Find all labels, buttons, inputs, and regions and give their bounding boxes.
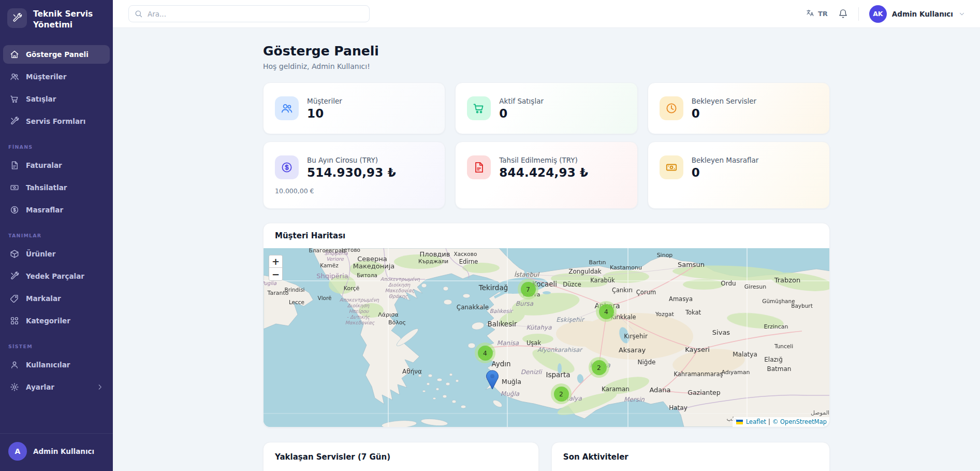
map-label: Sinop [657, 252, 673, 259]
banknote-icon [9, 182, 19, 192]
main-area: TR AK Admin Kullanıcı Gösterge Paneli Ho… [113, 0, 980, 471]
page-title: Gösterge Paneli [263, 44, 830, 59]
cluster-count: 7 [521, 282, 536, 297]
map-cluster-marker[interactable]: 7 [518, 279, 538, 299]
sidebar-section-label: FİNANS [3, 144, 110, 150]
stat-value: 10 [307, 107, 342, 120]
map-label: Aksaray [619, 346, 646, 354]
sidebar-item-spare-parts[interactable]: Yedek Parçalar [3, 267, 110, 286]
sidebar-item-expenses[interactable]: Masraflar [3, 201, 110, 219]
map-label: Adana [649, 386, 670, 394]
dollar-icon [275, 155, 299, 179]
search-input[interactable] [128, 5, 370, 22]
sidebar-item-label: Ayarlar [26, 383, 54, 391]
stat-card-active-sales: Aktif Satışlar 0 [455, 82, 637, 134]
sidebar-user-name: Admin Kullanıcı [33, 447, 94, 455]
sidebar-user[interactable]: A Admin Kullanıcı [0, 433, 113, 471]
topbar-divider [858, 7, 859, 21]
map-label: Samsun [678, 261, 705, 268]
stat-value: 0 [499, 107, 544, 120]
sidebar-nav: Gösterge PaneliMüşterilerSatışlarServis … [0, 34, 113, 433]
leaflet-map[interactable]: ПловдивХасковоКърджалиEdirneБлагоевградТ… [264, 248, 830, 427]
map-label: Кърджали [418, 258, 448, 264]
zoom-in-button[interactable]: + [269, 255, 282, 268]
sidebar-item-dashboard[interactable]: Gösterge Paneli [3, 45, 110, 64]
user-icon [9, 360, 19, 369]
map-cluster-marker[interactable]: 2 [589, 357, 609, 378]
avatar: A [8, 442, 27, 461]
sidebar-item-settings[interactable]: Ayarlar [3, 378, 110, 396]
map-label: Gaziantep [688, 389, 721, 396]
zoom-out-button[interactable]: − [269, 268, 282, 280]
avatar: AK [869, 5, 887, 23]
stat-label: Aktif Satışlar [499, 97, 544, 105]
stat-card-customers: Müşteriler 10 [263, 82, 445, 134]
language-switcher[interactable]: TR [806, 9, 828, 19]
sidebar-section-label: TANIMLAR [3, 233, 110, 238]
map-label: Brindisi [284, 287, 304, 293]
sidebar-item-label: Müşteriler [26, 73, 66, 81]
map-label: Αποκεντρωμένη [340, 297, 379, 303]
sidebar-item-brands[interactable]: Markalar [3, 289, 110, 308]
sidebar-item-label: Tahsilatlar [26, 183, 67, 192]
grid-icon [9, 316, 19, 325]
map-cluster-marker[interactable]: 2 [551, 383, 572, 404]
map-label: Amasya [669, 295, 693, 303]
sidebar-section-label: SİSTEM [3, 344, 110, 349]
banknote-icon [660, 155, 683, 179]
map-label: Edirne [459, 258, 478, 265]
cluster-count: 2 [554, 387, 569, 402]
sidebar-item-sales[interactable]: Satışlar [3, 90, 110, 108]
map-label: Manisa [497, 339, 519, 347]
upcoming-services-title: Yaklaşan Servisler (7 Gün) [264, 443, 538, 471]
sidebar-item-users[interactable]: Kullanıcılar [3, 355, 110, 374]
map-label: Bayburt [791, 303, 813, 309]
stat-value: 844.424,93 ₺ [499, 166, 588, 179]
leaflet-link[interactable]: Leaflet [746, 418, 766, 425]
app-root: Teknik Servis Yönetimi Gösterge PaneliMü… [0, 0, 980, 471]
invoice-icon [9, 160, 19, 170]
page-scroll-area[interactable]: Gösterge Paneli Hoş geldiniz, Admin Kull… [113, 28, 980, 471]
map-label: Balıkesir [487, 320, 517, 328]
map-label: Eskişehir [556, 316, 585, 323]
sidebar-item-categories[interactable]: Kategoriler [3, 311, 110, 330]
sidebar-item-service-forms[interactable]: Servis Formları [3, 112, 110, 131]
stat-secondary-value: 10.000,00 € [275, 187, 433, 195]
map-label: Veriore [326, 256, 344, 262]
sidebar-item-customers[interactable]: Müşteriler [3, 67, 110, 86]
gear-icon [9, 382, 19, 392]
map-label: Giresun [744, 283, 766, 290]
map-label: Ordu [721, 280, 736, 287]
stat-value: 514.930,93 ₺ [307, 166, 396, 179]
map-label: Muğla [502, 378, 521, 386]
map-label: Trabzon [774, 276, 801, 284]
notifications-bell-icon[interactable] [838, 9, 848, 19]
map-cluster-marker[interactable]: 4 [475, 342, 495, 363]
openstreetmap-link[interactable]: © OpenStreetMap [772, 418, 827, 425]
map-pin-marker[interactable] [486, 370, 499, 392]
stat-label: Bu Ayın Cirosu (TRY) [307, 156, 396, 164]
user-menu[interactable]: AK Admin Kullanıcı [869, 5, 966, 23]
app-title: Teknik Servis Yönetimi [33, 7, 105, 31]
map-label: Αθήνα [402, 368, 422, 375]
map-label: Korçë [344, 285, 360, 292]
sidebar: Teknik Servis Yönetimi Gösterge PaneliMü… [0, 0, 113, 471]
sidebar-item-label: Servis Formları [26, 117, 85, 125]
search-icon [134, 9, 143, 20]
map-label: Kırşehir [624, 333, 648, 340]
map-label: Çanakkale [457, 304, 489, 311]
map-label: Lecce [289, 299, 304, 305]
sidebar-item-collections[interactable]: Tahsilatlar [3, 178, 110, 197]
sidebar-item-products[interactable]: Ürünler [3, 245, 110, 263]
stat-card-month-revenue: Bu Ayın Cirosu (TRY) 514.930,93 ₺ 10.000… [263, 141, 445, 209]
map-label: Tekirdağ [478, 283, 508, 292]
map-label: Zonguldak [568, 268, 602, 275]
dollar-icon [9, 205, 19, 215]
sidebar-item-invoices[interactable]: Faturalar [3, 156, 110, 175]
map-cluster-marker[interactable]: 4 [596, 301, 617, 322]
map-label: Северна [357, 255, 387, 263]
customer-map-card: Müşteri Haritası [263, 223, 830, 427]
upcoming-services-card: Yaklaşan Servisler (7 Gün) [263, 442, 539, 471]
map-label: Karaman [602, 386, 630, 393]
language-code: TR [818, 10, 828, 18]
